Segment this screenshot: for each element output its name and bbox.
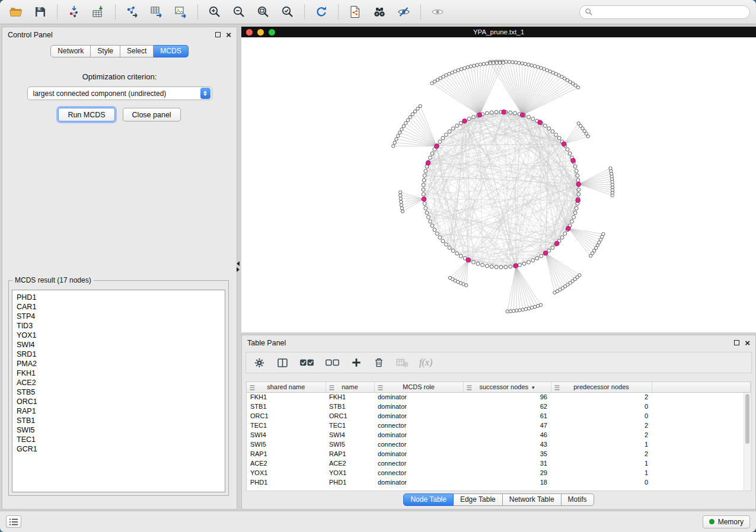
mcds-result-list[interactable]: PHD1CAR1STP4TID3YOX1SWI4SRD1PMA2FKH1ACE2… — [12, 290, 225, 492]
tab-mcds[interactable]: MCDS — [154, 45, 188, 57]
mcds-result-item[interactable]: PMA2 — [14, 359, 224, 368]
toolbar-separator — [304, 4, 305, 20]
column-header-shared-name[interactable]: shared name — [247, 382, 326, 392]
mcds-result-item[interactable]: ORC1 — [14, 397, 224, 406]
table-row[interactable]: ACE2ACE2connector311 — [247, 459, 751, 468]
tab-edge-table[interactable]: Edge Table — [454, 493, 503, 506]
zoom-selected-button[interactable] — [277, 2, 298, 21]
mcds-result-item[interactable]: FKH1 — [14, 368, 224, 378]
close-panel-icon[interactable]: × — [226, 31, 231, 39]
delete-row-button[interactable] — [373, 357, 385, 368]
tab-network-table[interactable]: Network Table — [503, 493, 562, 506]
table-header-row: shared name name MCDS role successor nod… — [247, 382, 751, 392]
toolbar-separator — [420, 4, 421, 20]
float-panel-icon[interactable] — [215, 32, 221, 37]
float-panel-icon[interactable] — [734, 340, 739, 345]
toggle-graphics-details-button[interactable] — [394, 2, 414, 21]
network-graph[interactable] — [241, 37, 756, 332]
share-document-icon — [348, 5, 362, 19]
scrollbar-thumb[interactable] — [745, 394, 749, 444]
mcds-result-item[interactable]: SRD1 — [14, 350, 224, 359]
close-panel-button[interactable]: Close panel — [123, 108, 181, 121]
memory-status-icon — [709, 519, 714, 524]
table-row[interactable]: SWI4SWI4dominator462 — [247, 430, 751, 440]
column-header-mcds-role[interactable]: MCDS role — [374, 382, 463, 392]
search-icon — [585, 8, 593, 16]
table-panel-tabs: Node TableEdge TableNetwork TableMotifs — [242, 493, 755, 506]
table-row[interactable]: SWI5SWI5connector431 — [247, 440, 751, 449]
trash-icon — [373, 357, 385, 368]
table-row[interactable]: ORC1ORC1dominator610 — [247, 411, 751, 421]
unchecked-boxes-icon — [325, 357, 340, 368]
open-session-button[interactable] — [6, 2, 26, 21]
network-search-box[interactable] — [579, 5, 750, 19]
mcds-result-item[interactable]: SWI5 — [14, 425, 224, 435]
table-panel-header: Table Panel × — [242, 335, 755, 350]
column-header-name[interactable]: name — [326, 382, 374, 392]
tab-node-table[interactable]: Node Table — [403, 493, 454, 506]
table-row[interactable]: STB1STB1dominator620 — [247, 402, 751, 411]
memory-label: Memory — [718, 518, 744, 526]
table-row[interactable]: RAP1RAP1dominator352 — [247, 449, 751, 459]
column-type-icon — [554, 384, 560, 392]
tab-network[interactable]: Network — [50, 45, 91, 57]
export-table-button[interactable] — [146, 2, 167, 21]
export-table-icon — [149, 5, 164, 19]
export-network-button[interactable] — [122, 2, 142, 21]
table-row[interactable]: TEC1TEC1connector472 — [247, 421, 751, 430]
tab-style[interactable]: Style — [91, 45, 120, 57]
show-columns-button[interactable] — [276, 357, 289, 369]
mcds-result-item[interactable]: SWI4 — [14, 340, 224, 350]
mcds-result-item[interactable]: RAP1 — [14, 406, 224, 416]
memory-button[interactable]: Memory — [703, 515, 750, 528]
mcds-result-item[interactable]: PHD1 — [14, 293, 224, 302]
fx-icon: f(x) — [419, 357, 432, 368]
close-panel-icon[interactable]: × — [745, 339, 750, 347]
mcds-result-item[interactable]: STB1 — [14, 416, 224, 425]
task-history-button[interactable] — [6, 515, 21, 528]
network-window: YPA_prune.txt_1 — [241, 27, 756, 332]
zoom-in-button[interactable] — [205, 2, 225, 21]
refresh-view-button[interactable] — [311, 2, 331, 21]
network-canvas[interactable] — [241, 37, 756, 332]
mcds-result-item[interactable]: TID3 — [14, 321, 224, 331]
zoom-out-button[interactable] — [229, 2, 249, 21]
open-folder-icon — [9, 5, 24, 20]
tab-select[interactable]: Select — [120, 45, 154, 57]
add-row-button[interactable] — [350, 357, 362, 368]
mcds-result-item[interactable]: YOX1 — [14, 331, 224, 340]
tab-motifs[interactable]: Motifs — [562, 493, 594, 506]
right-area: YPA_prune.txt_1 Table Panel × — [241, 24, 756, 511]
mcds-result-item[interactable]: GCR1 — [14, 444, 224, 454]
table-row[interactable]: FKH1FKH1dominator962 — [247, 392, 751, 402]
mcds-result-title: MCDS result (17 nodes) — [12, 276, 94, 284]
plus-icon — [350, 357, 362, 368]
criterion-dropdown[interactable]: largest connected component (undirected) — [27, 86, 212, 100]
save-session-button[interactable] — [30, 2, 50, 21]
mcds-result-item[interactable]: STB5 — [14, 387, 224, 397]
node-table: shared name name MCDS role successor nod… — [246, 382, 751, 491]
table-settings-button[interactable] — [253, 357, 266, 369]
mcds-result-item[interactable]: TEC1 — [14, 435, 224, 444]
eye-icon — [430, 5, 445, 19]
search-input[interactable] — [596, 8, 745, 16]
deselect-all-rows-button[interactable] — [325, 357, 340, 368]
run-mcds-button[interactable]: Run MCDS — [58, 108, 114, 121]
preview-button[interactable] — [428, 2, 448, 21]
mcds-result-item[interactable]: ACE2 — [14, 378, 224, 387]
import-network-button[interactable] — [64, 2, 84, 21]
table-row[interactable]: YOX1YOX1connector291 — [247, 468, 751, 477]
search-network-button[interactable] — [369, 2, 390, 21]
import-table-button[interactable] — [88, 2, 109, 21]
share-document-button[interactable] — [345, 2, 365, 21]
zoom-fit-button[interactable] — [253, 2, 273, 21]
column-header-predecessor-nodes[interactable]: predecessor nodes — [551, 382, 652, 392]
mcds-result-item[interactable]: CAR1 — [14, 302, 224, 312]
select-all-rows-button[interactable] — [299, 357, 314, 368]
criterion-selected-value: largest connected component (undirected) — [33, 89, 200, 98]
column-header-successor-nodes[interactable]: successor nodes▾ — [463, 382, 551, 392]
mcds-result-item[interactable]: STP4 — [14, 312, 224, 321]
table-scrollbar[interactable] — [744, 393, 750, 490]
table-row[interactable]: PHD1PHD1dominator180 — [247, 477, 751, 487]
export-image-button[interactable] — [171, 2, 191, 21]
